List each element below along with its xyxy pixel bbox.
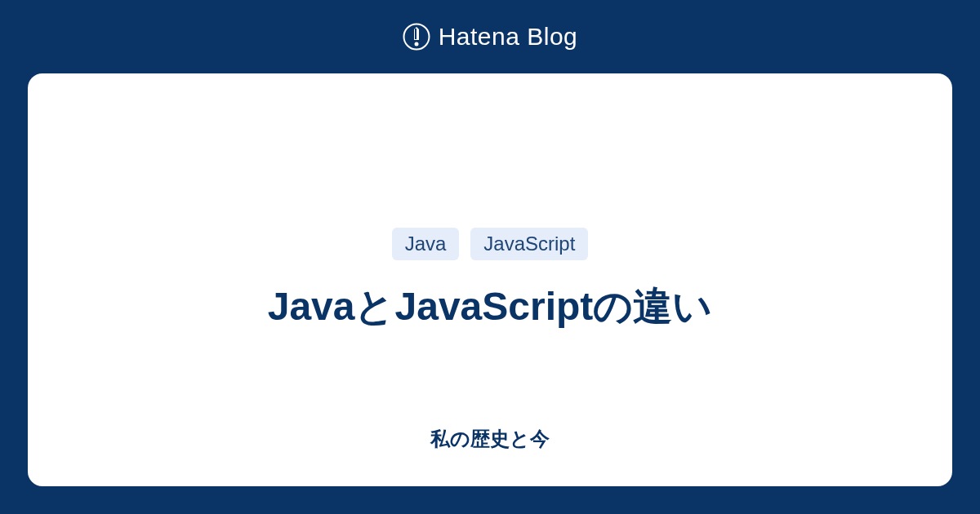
hatena-logo-icon	[403, 23, 430, 51]
svg-point-1	[414, 42, 418, 47]
article-card: Java JavaScript JavaとJavaScriptの違い 私の歴史と…	[28, 73, 952, 486]
tag-list: Java JavaScript	[392, 228, 589, 260]
article-title: JavaとJavaScriptの違い	[268, 281, 713, 332]
brand-header: Hatena Blog	[0, 0, 980, 73]
tag[interactable]: JavaScript	[470, 228, 588, 260]
blog-name: 私の歴史と今	[28, 426, 952, 452]
brand-text: Hatena Blog	[439, 23, 578, 51]
tag[interactable]: Java	[392, 228, 460, 260]
